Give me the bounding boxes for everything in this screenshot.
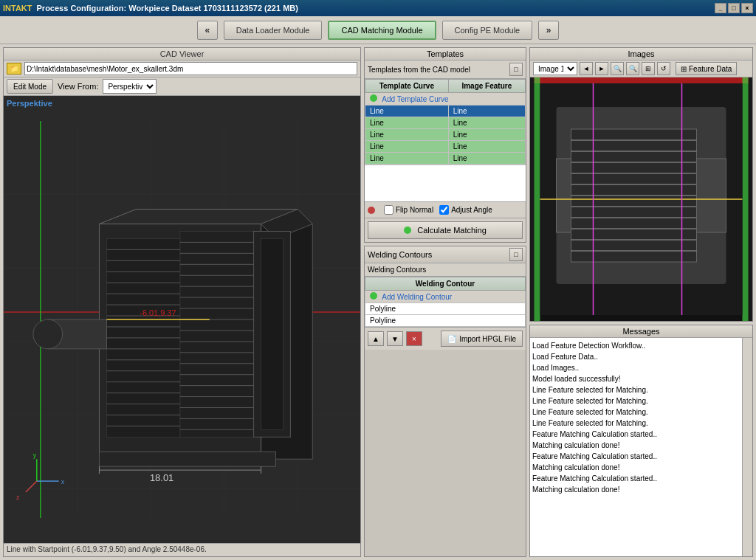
message-line: Load Images.. <box>532 362 740 373</box>
edit-mode-button[interactable]: Edit Mode <box>7 79 53 94</box>
welding-header: Welding Contours □ <box>365 246 526 263</box>
svg-rect-89 <box>557 159 571 232</box>
title-bar: INTAKT Process Configuration: Workpiece … <box>0 0 756 16</box>
message-line: Line Feature selected for Matching. <box>532 418 740 429</box>
minimize-button[interactable]: _ <box>715 3 726 13</box>
message-line: Matching calculation done! <box>532 440 740 451</box>
images-toolbar: Image 1 Image 2 Image 3 ◄ ► 🔍 🔍 ⊞ ↺ ⊞ Fe… <box>530 61 752 77</box>
remove-template-icon[interactable] <box>368 207 375 214</box>
svg-rect-71 <box>535 77 749 83</box>
template-feature-cell: Line <box>448 153 525 165</box>
close-button[interactable]: × <box>741 3 753 13</box>
add-welding-label: Add Welding Contour <box>382 293 452 301</box>
svg-rect-88 <box>697 159 726 232</box>
add-welding-icon <box>370 292 377 300</box>
template-row[interactable]: Line Line <box>365 141 526 153</box>
prev-button[interactable]: « <box>197 21 218 40</box>
add-template-label: Add Template Curve <box>382 95 448 103</box>
calc-matching-container: Calculate Matching <box>365 218 526 242</box>
flip-normal-checkbox-label: Flip Normal <box>384 205 433 215</box>
message-line: Line Feature selected for Matching. <box>532 407 740 418</box>
welding-header-label: Welding Contours <box>368 250 432 259</box>
svg-rect-72 <box>535 77 540 321</box>
message-line: Load Feature Detection Workflow.. <box>532 340 740 351</box>
template-feature-cell: Line <box>448 117 525 129</box>
cad-panel: CAD Viewer 📁 Edit Mode View From: Perspe… <box>3 47 361 557</box>
message-line: Line Feature selected for Matching. <box>532 395 740 407</box>
right-panel: Images Image 1 Image 2 Image 3 ◄ ► 🔍 🔍 ⊞… <box>529 47 753 557</box>
img-zoom-out-button[interactable]: 🔍 <box>626 62 639 75</box>
message-line: Line Feature selected for Matching. <box>532 384 740 395</box>
image-viewport[interactable] <box>530 77 752 321</box>
main-content: CAD Viewer 📁 Edit Mode View From: Perspe… <box>0 44 756 560</box>
image-select[interactable]: Image 1 Image 2 Image 3 <box>533 62 577 75</box>
message-line: Matching calculation done! <box>532 462 740 473</box>
template-controls: Flip Normal Adjust Angle <box>365 201 526 218</box>
feature-data-icon: ⊞ <box>681 65 687 73</box>
app-logo: INTAKT <box>3 4 32 13</box>
welding-row[interactable]: Polyline <box>365 303 526 315</box>
add-welding-row[interactable]: Add Welding Contour <box>365 291 526 303</box>
template-row[interactable]: Line Line <box>365 106 526 117</box>
config-pe-module-button[interactable]: Config PE Module <box>442 21 533 40</box>
message-line: Feature Matching Calculation started.. <box>532 451 740 462</box>
welding-next-button[interactable]: ▼ <box>387 331 403 346</box>
template-curve-cell: Line <box>365 153 449 165</box>
view-from-label: View From: <box>58 82 98 91</box>
template-curve-cell: Line <box>365 129 449 141</box>
welding-type-cell: Polyline <box>365 315 526 327</box>
welding-type-cell: Polyline <box>365 303 526 315</box>
data-loader-module-button[interactable]: Data Loader Module <box>224 21 323 40</box>
folder-icon[interactable]: 📁 <box>7 63 21 75</box>
cad-viewport[interactable]: Perspektive <box>4 96 360 543</box>
adjust-angle-checkbox[interactable] <box>439 205 449 215</box>
template-table: Template Curve Image Feature Add Templat… <box>365 79 526 165</box>
images-section: Images Image 1 Image 2 Image 3 ◄ ► 🔍 🔍 ⊞… <box>529 47 753 322</box>
svg-text:-6.01,9.37: -6.01,9.37 <box>140 308 176 317</box>
templates-settings-button[interactable]: □ <box>509 63 523 76</box>
window-controls: _ □ × <box>715 3 753 13</box>
adjust-angle-label: Adjust Angle <box>451 206 492 214</box>
next-button[interactable]: » <box>538 21 559 40</box>
template-row[interactable]: Line Line <box>365 129 526 141</box>
flip-normal-checkbox[interactable] <box>384 205 394 215</box>
import-hpgl-label: Import HPGL File <box>459 335 516 343</box>
welding-col-header: Welding Contour <box>365 277 526 291</box>
template-curve-cell: Line <box>365 117 449 129</box>
welding-table: Welding Contour Add Welding Contour Poly… <box>365 277 526 327</box>
welding-settings-button[interactable]: □ <box>509 248 523 261</box>
calculate-matching-button[interactable]: Calculate Matching <box>368 221 523 239</box>
img-nav-prev-button[interactable]: ◄ <box>580 62 593 75</box>
svg-rect-57 <box>99 452 275 466</box>
img-reset-button[interactable]: ↺ <box>657 62 670 75</box>
window-title: Process Configuration: Workpiece Dataset… <box>37 4 715 13</box>
adjust-angle-checkbox-label: Adjust Angle <box>439 205 492 215</box>
view-from-select[interactable]: Perspektiv Front Top Side <box>103 79 157 94</box>
import-hpgl-button[interactable]: 📄 Import HPGL File <box>441 331 523 347</box>
cad-panel-header: CAD Viewer <box>4 48 360 61</box>
img-zoom-in-button[interactable]: 🔍 <box>611 62 624 75</box>
maximize-button[interactable]: □ <box>728 3 740 13</box>
cad-matching-module-button[interactable]: CAD Matching Module <box>328 21 436 40</box>
welding-prev-button[interactable]: ▲ <box>368 331 384 346</box>
feature-data-button[interactable]: ⊞ Feature Data <box>676 62 737 75</box>
template-row[interactable]: Line Line <box>365 153 526 165</box>
svg-rect-34 <box>180 231 254 437</box>
template-empty-area <box>365 165 526 201</box>
template-curve-cell: Line <box>365 141 449 153</box>
message-line: Model loaded successfully! <box>532 373 740 384</box>
svg-text:y: y <box>33 452 37 459</box>
feature-data-label: Feature Data <box>689 65 732 73</box>
add-template-row[interactable]: Add Template Curve <box>365 93 526 106</box>
img-fit-button[interactable]: ⊞ <box>642 62 655 75</box>
flip-normal-label: Flip Normal <box>396 206 433 214</box>
img-nav-next-button[interactable]: ► <box>595 62 608 75</box>
templates-header: Templates <box>365 48 526 61</box>
welding-remove-button[interactable]: × <box>406 331 422 346</box>
messages-content[interactable]: Load Feature Detection Workflow..Load Fe… <box>530 338 742 556</box>
template-row[interactable]: Line Line <box>365 117 526 129</box>
calc-icon <box>404 227 411 234</box>
cad-path-input[interactable] <box>24 62 357 75</box>
welding-row[interactable]: Polyline <box>365 315 526 327</box>
messages-scrollbar[interactable] <box>742 338 752 556</box>
